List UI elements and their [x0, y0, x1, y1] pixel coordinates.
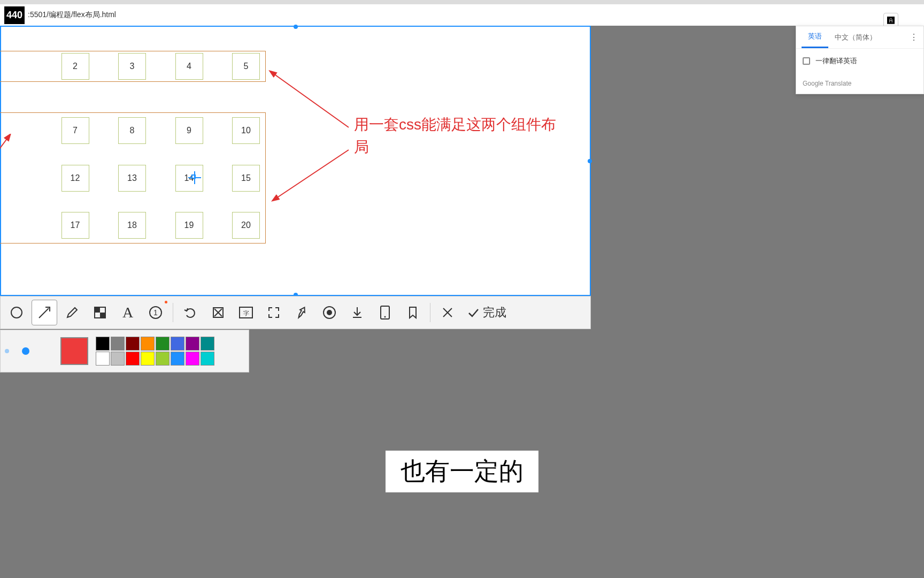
video-subtitle: 也有一定的: [386, 451, 538, 492]
color-swatch[interactable]: [141, 352, 155, 366]
svg-text:1: 1: [153, 308, 158, 317]
tool-record[interactable]: [317, 300, 342, 325]
screenshot-toolbar: A 1 字 完成: [0, 296, 591, 329]
color-swatch[interactable]: [111, 352, 125, 366]
svg-text:字: 字: [243, 310, 249, 316]
tool-arrow[interactable]: [32, 300, 57, 325]
annotation-arrow-1: [268, 69, 354, 133]
screenshot-selection[interactable]: 2 3 4 5 7 8 9 10 12 13 14 15 17 18 19 20: [0, 26, 591, 296]
svg-rect-7: [100, 313, 105, 318]
color-swatch[interactable]: [171, 337, 184, 351]
tool-undo[interactable]: [178, 300, 203, 325]
color-swatch[interactable]: [186, 337, 199, 351]
flex-cell: 13: [118, 165, 146, 192]
flex-cell: 18: [118, 212, 146, 239]
tool-number[interactable]: 1: [143, 300, 168, 325]
toolbar-separator: [430, 303, 430, 322]
brush-size-medium[interactable]: [22, 347, 29, 355]
address-url[interactable]: :5501/编程题/flex布局.html: [28, 10, 116, 20]
flex-cell: 2: [61, 53, 89, 80]
annotation-arrow-2: [268, 144, 354, 209]
brush-size-small[interactable]: [5, 349, 9, 353]
svg-point-16: [327, 310, 332, 315]
flex-row-single: 2 3 4 5: [0, 51, 266, 82]
color-swatch[interactable]: [111, 337, 125, 351]
translate-menu-icon[interactable]: ⋮: [910, 32, 918, 42]
flex-cell: 12: [61, 165, 89, 192]
svg-rect-6: [95, 307, 100, 313]
color-swatch[interactable]: [126, 352, 140, 366]
svg-point-3: [11, 307, 22, 318]
svg-point-18: [384, 316, 386, 318]
check-icon: [467, 306, 480, 319]
flex-cell: 20: [232, 212, 260, 239]
color-swatch[interactable]: [126, 337, 140, 351]
svg-line-0: [274, 74, 349, 127]
tool-expand[interactable]: [261, 300, 287, 325]
toolbar-separator: [173, 303, 173, 322]
color-swatch[interactable]: [96, 337, 110, 351]
flex-cell: 8: [118, 117, 146, 144]
tool-ocr[interactable]: 字: [233, 300, 259, 325]
color-swatch[interactable]: [201, 337, 214, 351]
color-grid: [96, 337, 214, 366]
flex-cell: 10: [232, 117, 260, 144]
tool-pencil[interactable]: [59, 300, 85, 325]
selection-handle-right[interactable]: [588, 159, 592, 163]
flex-row: 17 18 19 20: [4, 212, 260, 239]
svg-line-4: [39, 308, 49, 318]
translate-tab-chinese[interactable]: 中文（简体）: [828, 27, 883, 48]
address-bar: 440 :5501/编程题/flex布局.html: [0, 4, 924, 26]
address-badge: 440: [4, 6, 25, 24]
annotation-text: 用一套css能满足这两个组件布局: [354, 113, 568, 158]
translate-panel: 英语 中文（简体） ⋮ 一律翻译英语 Google Translate: [796, 26, 924, 94]
tool-cut[interactable]: [205, 300, 231, 325]
flex-cell: 19: [175, 212, 203, 239]
flex-cell: 17: [61, 212, 89, 239]
complete-label: 完成: [483, 305, 506, 321]
flex-cell: 9: [175, 117, 203, 144]
flex-cell: 15: [232, 165, 260, 192]
color-panel: [0, 330, 249, 372]
flex-cell: 7: [61, 117, 89, 144]
color-swatch[interactable]: [141, 337, 155, 351]
tool-mosaic[interactable]: [87, 300, 113, 325]
tool-text[interactable]: A: [115, 300, 141, 325]
color-swatch[interactable]: [96, 352, 110, 366]
selection-handle-top[interactable]: [294, 25, 298, 29]
translate-tab-english[interactable]: 英语: [802, 26, 828, 48]
browser-tabs-strip: [0, 0, 924, 4]
color-swatch[interactable]: [156, 337, 170, 351]
current-color-swatch[interactable]: [60, 337, 88, 365]
color-swatch[interactable]: [171, 352, 184, 366]
tool-circle[interactable]: [4, 300, 29, 325]
translate-icon: 🅰: [887, 16, 895, 25]
color-swatch[interactable]: [186, 352, 199, 366]
translate-always-option[interactable]: 一律翻译英语: [796, 49, 923, 73]
brush-sizes: [5, 346, 53, 356]
translate-tabs: 英语 中文（简体） ⋮: [796, 26, 923, 49]
flex-cell: 5: [232, 53, 260, 80]
color-swatch[interactable]: [201, 352, 214, 366]
flex-row: 7 8 9 10: [4, 117, 260, 144]
flex-row: 12 13 14 15: [4, 165, 260, 192]
tool-download[interactable]: [344, 300, 370, 325]
svg-line-1: [276, 150, 349, 198]
tool-close[interactable]: [435, 300, 460, 325]
checkbox-icon[interactable]: [803, 57, 810, 65]
tool-complete[interactable]: 完成: [463, 305, 511, 321]
tool-bookmark[interactable]: [400, 300, 426, 325]
translate-footer: Google Translate: [796, 73, 923, 94]
flex-cell: 4: [175, 53, 203, 80]
translate-checkbox-label: 一律翻译英语: [815, 56, 857, 66]
flex-grid: 7 8 9 10 12 13 14 15 17 18 19 20: [0, 112, 266, 244]
color-swatch[interactable]: [156, 352, 170, 366]
flex-cell: 3: [118, 53, 146, 80]
tool-phone[interactable]: [372, 300, 398, 325]
tool-pin[interactable]: [289, 300, 314, 325]
flex-cell: 14: [175, 165, 203, 192]
